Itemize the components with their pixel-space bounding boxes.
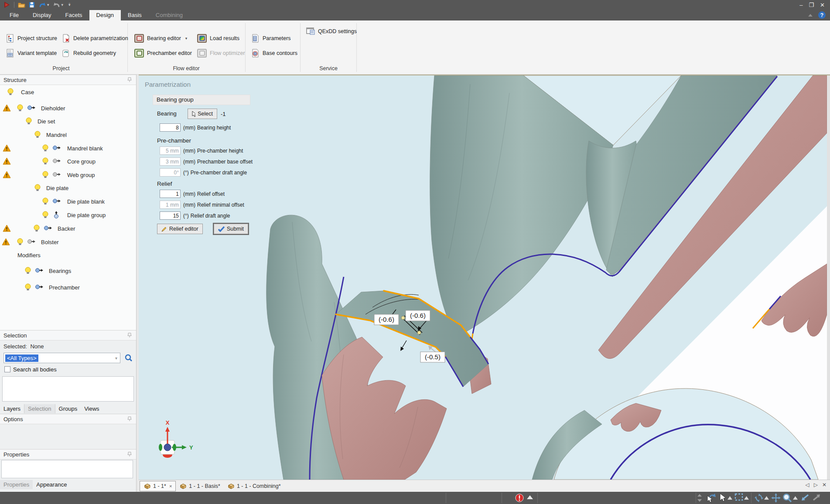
- base-contours-icon: [251, 49, 260, 58]
- pin-icon[interactable]: [127, 77, 132, 82]
- next-tab-icon[interactable]: ▷: [814, 482, 818, 488]
- restore-button[interactable]: ❐: [809, 2, 814, 8]
- tab-combining[interactable]: Combining: [149, 10, 190, 20]
- close-tab-icon[interactable]: ×: [169, 484, 172, 489]
- parameters-button[interactable]: Parameters: [249, 33, 293, 44]
- prechamber-draft-angle-input[interactable]: [160, 168, 181, 177]
- select-button[interactable]: Select: [188, 109, 217, 119]
- tab-facets[interactable]: Facets: [58, 10, 89, 20]
- close-document-icon[interactable]: ✕: [822, 482, 827, 488]
- tab-views[interactable]: Views: [81, 404, 102, 413]
- project-structure-button[interactable]: Project structure: [4, 33, 59, 44]
- pin-icon[interactable]: [127, 416, 132, 422]
- marquee-select-icon[interactable]: [734, 493, 743, 501]
- prechamber-base-offset-input[interactable]: [160, 157, 181, 166]
- part-icon: [143, 483, 151, 489]
- close-button[interactable]: ✕: [820, 2, 825, 8]
- error-indicator-icon[interactable]: [515, 493, 524, 503]
- viewport-right-margin: [827, 75, 830, 480]
- delete-parametrization-button[interactable]: Delete parametrization: [60, 33, 130, 44]
- selection-listbox[interactable]: [2, 376, 134, 402]
- relief-offset-input[interactable]: [160, 190, 181, 198]
- warning-icon: [3, 171, 11, 180]
- tab-design[interactable]: Design: [89, 10, 121, 20]
- load-results-button[interactable]: Load results: [195, 33, 241, 44]
- orbit-view-icon[interactable]: [754, 493, 764, 503]
- zoom-view-icon[interactable]: [782, 493, 792, 503]
- tab-file[interactable]: File: [3, 10, 26, 20]
- search-button[interactable]: [123, 352, 134, 364]
- statusbar-separator: [502, 493, 502, 503]
- minimize-button[interactable]: –: [799, 2, 803, 8]
- previous-tab-icon[interactable]: ◁: [805, 482, 809, 488]
- prechamber-height-input[interactable]: [160, 146, 181, 155]
- rebuild-geometry-button[interactable]: Rebuild geometry: [60, 48, 118, 59]
- relief-editor-button[interactable]: Relief editor: [157, 224, 203, 234]
- quick-access-dropdown-icon[interactable]: ▾̄: [68, 3, 71, 7]
- redo-dropdown-icon[interactable]: ▾: [61, 3, 64, 7]
- doc-tab-basis[interactable]: 1 - 1 - Basis*: [176, 481, 224, 491]
- tab-groups[interactable]: Groups: [55, 404, 81, 413]
- type-filter-combobox[interactable]: <All Types> ▾: [3, 353, 120, 363]
- cursor-icon: [192, 111, 195, 117]
- relief-minimal-offset-row: (mm) Relief minimal offset: [160, 201, 244, 209]
- collapse-ribbon-icon[interactable]: [808, 12, 813, 18]
- tab-display[interactable]: Display: [26, 10, 58, 20]
- prechamber-editor-button[interactable]: Prechamber editor: [133, 48, 194, 59]
- select-dropdown-icon[interactable]: [728, 496, 732, 500]
- bearing-editor-button[interactable]: Bearing editor▾: [133, 33, 189, 44]
- dimension-label[interactable]: (-0.5): [420, 352, 445, 362]
- tab-basis[interactable]: Basis: [121, 10, 149, 20]
- warning-icon: [3, 225, 11, 234]
- chevron-down-icon[interactable]: ▾: [115, 356, 120, 361]
- ribbon-group-label-flow-editor: Flow editor: [151, 65, 221, 72]
- statusbar-separator: [446, 493, 446, 503]
- redo-icon[interactable]: [53, 2, 61, 8]
- app-logo-icon[interactable]: [3, 1, 10, 8]
- doc-tab-1[interactable]: 1 - 1* ×: [140, 481, 176, 491]
- status-bar: [0, 492, 830, 504]
- error-panel-expand-icon[interactable]: [527, 495, 533, 499]
- tab-appearance[interactable]: Appearance: [33, 480, 70, 489]
- relief-minimal-offset-input[interactable]: [160, 201, 181, 209]
- warning-icon: [2, 238, 10, 247]
- group-up-icon: [53, 211, 59, 220]
- previous-view-arrow-icon[interactable]: [800, 493, 810, 502]
- open-folder-icon[interactable]: [18, 2, 25, 8]
- submit-button[interactable]: Submit: [214, 224, 248, 234]
- ribbon-separator: [300, 23, 301, 72]
- title-bar: ▾ ▾ ▾̄ – ❐ ✕: [0, 0, 830, 10]
- select-cursor-icon[interactable]: [719, 493, 726, 502]
- qexdd-settings-button[interactable]: QExDD settings: [304, 26, 359, 37]
- dimension-label[interactable]: (-0.6): [374, 314, 399, 325]
- save-icon[interactable]: [29, 2, 35, 8]
- relief-draft-angle-input[interactable]: [160, 211, 181, 220]
- pin-icon[interactable]: [127, 452, 132, 457]
- orbit-dropdown-icon[interactable]: [764, 496, 769, 500]
- bulb-icon: [34, 131, 41, 140]
- tab-layers[interactable]: Layers: [0, 404, 24, 413]
- zoom-dropdown-icon[interactable]: [793, 496, 798, 500]
- pan-view-icon[interactable]: [771, 493, 781, 503]
- dimension-label[interactable]: (-0.6): [406, 310, 430, 321]
- pin-icon[interactable]: [127, 333, 132, 338]
- search-all-bodies-checkbox[interactable]: [4, 366, 10, 372]
- bearing-height-input[interactable]: [160, 123, 181, 132]
- tab-properties[interactable]: Properties: [0, 480, 33, 489]
- undo-icon[interactable]: [38, 2, 46, 8]
- variant-template-button[interactable]: Variant template: [4, 48, 58, 59]
- next-view-arrow-icon[interactable]: [812, 493, 822, 502]
- undo-dropdown-icon[interactable]: ▾: [47, 3, 49, 7]
- tab-selection[interactable]: Selection: [24, 404, 55, 413]
- link-blue-icon: [27, 104, 36, 112]
- doc-tab-combining[interactable]: 1 - 1 - Combining*: [224, 481, 284, 491]
- viewport-3d[interactable]: (-0.6) (-0.6) (-0.5) X Y Parametrization…: [139, 75, 827, 480]
- collapse-spinner-icon[interactable]: [697, 494, 702, 502]
- help-button[interactable]: ?: [818, 11, 826, 19]
- undo-view-cursor-icon[interactable]: [706, 493, 717, 503]
- base-contours-button[interactable]: Base contours: [249, 48, 299, 59]
- svg-text:(-0.5): (-0.5): [425, 353, 441, 361]
- bulb-icon: [25, 117, 32, 126]
- marquee-dropdown-icon[interactable]: [744, 496, 749, 500]
- bearing-editor-dropdown-icon[interactable]: ▾: [185, 36, 188, 41]
